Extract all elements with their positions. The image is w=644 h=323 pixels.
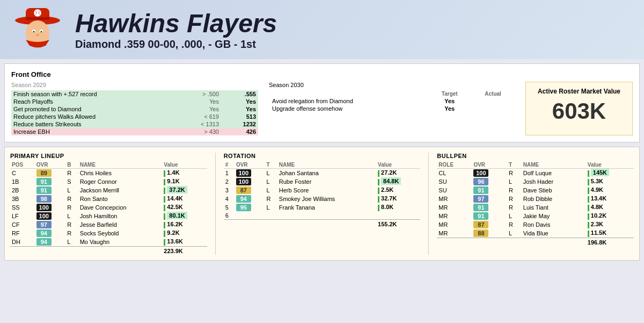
front-office-section: Front Office Season 2029 Finish season w… <box>4 63 640 142</box>
bp-name: Josh Hader <box>522 177 586 186</box>
fo-goal-actual: 1232 <box>221 120 258 128</box>
bullpen-pitcher-row: CL 100 R Dolf Luque 145K <box>437 169 634 178</box>
pitcher-throw: R <box>265 195 277 203</box>
bullpen-pitcher-row: MR 88 L Vida Blue 11.5K <box>437 229 634 238</box>
lineup-player-row: CF 97 R Jesse Barfield 16.2K <box>10 220 207 229</box>
fo-2030-goal-text: Upgrade offense somehow <box>269 105 428 112</box>
pitcher-throw: L <box>265 177 277 186</box>
team-subtitle: Diamond .359 00-00, .000, - GB - 1st <box>75 38 277 51</box>
bp-col-ovr: OVR <box>472 161 507 169</box>
bp-name: Vida Blue <box>522 229 586 238</box>
lineup-player-row: RF 94 R Socks Seybold 9.2K <box>10 229 207 238</box>
fo-goal-target: > .500 <box>172 90 221 98</box>
bullpen-table: ROLE OVR T NAME Value CL 100 R Dolf Luqu… <box>437 161 634 246</box>
pitcher-throw: L <box>265 186 277 195</box>
player-pos: LF <box>10 212 35 220</box>
player-pos: RF <box>10 229 35 238</box>
lineup-total-row: 223.9K <box>10 247 207 255</box>
lineup-title: PRIMARY LINEUP <box>10 153 207 159</box>
bottom-section: PRIMARY LINEUP POS OVR B NAME Value C 89… <box>4 147 640 261</box>
bullpen-total-value: 196.8K <box>586 238 634 247</box>
bullpen-pitcher-row: MR 87 R Ron Davis 2.3K <box>437 220 634 229</box>
lineup-total-label <box>10 247 162 255</box>
bp-name: Ron Davis <box>522 220 586 229</box>
lineup-player-row: DH 94 L Mo Vaughn 13.6K <box>10 238 207 247</box>
player-pos: 3B <box>10 195 35 203</box>
player-bat: L <box>65 238 78 247</box>
player-bat: R <box>65 229 78 238</box>
fo-season2030-table: Target Actual Avoid relegation from Diam… <box>269 90 515 112</box>
team-logo <box>11 5 64 54</box>
player-pos: C <box>10 169 35 178</box>
lineup-table: POS OVR B NAME Value C 89 R Chris Hoiles… <box>10 161 207 255</box>
bullpen-total-label <box>437 238 586 247</box>
player-bat: R <box>65 203 78 212</box>
pitcher-num: 5 <box>224 203 235 212</box>
lineup-player-row: 2B 91 L Jackson Merrill 37.2K <box>10 186 207 195</box>
fo-goal-text: Reduce batters Strikeouts <box>11 120 172 128</box>
rotation-pitcher-row: 5 95 L Frank Tanana 8.0K <box>224 203 421 212</box>
fo-2030-goal-actual <box>471 97 515 105</box>
bp-col-t: T <box>507 161 522 169</box>
bp-ovr: 91 <box>472 186 507 195</box>
pitcher-num: 1 <box>224 169 235 178</box>
player-ovr: 94 <box>35 229 65 238</box>
rotation-title: ROTATION <box>224 153 421 159</box>
fo-season2029: Season 2029 Finish season with +.527 rec… <box>11 82 258 135</box>
fo-goal-actual: Yes <box>221 98 258 105</box>
player-bat: R <box>65 220 78 229</box>
bp-ovr: 87 <box>472 220 507 229</box>
player-name: Chris Hoiles <box>78 169 163 178</box>
bp-name: Rob Dibble <box>522 195 586 203</box>
rotation-pitcher-row: 4 94 R Smokey Joe Williams 32.7K <box>224 195 421 203</box>
bullpen-section: BULLPEN ROLE OVR T NAME Value CL 100 R D… <box>437 153 634 255</box>
pitcher-num: 3 <box>224 186 235 195</box>
fo-goal-target: Yes <box>172 105 221 113</box>
pitcher-name: Rube Foster <box>277 177 376 186</box>
fo-goal-text: Increase EBH <box>11 128 172 135</box>
pitcher-name: Herb Score <box>277 186 376 195</box>
player-pos: 2B <box>10 186 35 195</box>
fo-goal-row: Reach Playoffs Yes Yes <box>11 98 258 105</box>
bp-name: Dave Stieb <box>522 186 586 195</box>
lineup-section: PRIMARY LINEUP POS OVR B NAME Value C 89… <box>10 153 207 255</box>
lineup-col-pos: POS <box>10 161 35 169</box>
bp-throw: L <box>507 212 522 220</box>
fo-2030-goal-target: Yes <box>428 97 471 105</box>
lineup-player-row: LF 100 L Josh Hamilton 80.1K <box>10 212 207 220</box>
fo-goal-target: Yes <box>172 98 221 105</box>
bp-ovr: 91 <box>472 203 507 212</box>
rotation-pitcher-row: 2 100 L Rube Foster 84.8K <box>224 177 421 186</box>
bp-role: MR <box>437 220 472 229</box>
divider-1 <box>215 153 216 255</box>
bp-role: MR <box>437 212 472 220</box>
svg-rect-2 <box>26 17 49 20</box>
svg-point-6 <box>33 31 35 33</box>
rot-col-t: T <box>265 161 277 169</box>
bp-throw: R <box>507 186 522 195</box>
market-value-box: Active Roster Market Value 603K <box>525 82 633 135</box>
bp-ovr: 96 <box>472 177 507 186</box>
player-name: Jesse Barfield <box>78 220 163 229</box>
bullpen-pitcher-row: SU 96 L Josh Hader 5.3K <box>437 177 634 186</box>
bp-role: MR <box>437 203 472 212</box>
fo-goal-row: Reduce batters Strikeouts < 1313 1232 <box>11 120 258 128</box>
player-pos: CF <box>10 220 35 229</box>
player-name: Jackson Merrill <box>78 186 163 195</box>
bullpen-total-row: 196.8K <box>437 238 634 247</box>
rotation-section: ROTATION # OVR T NAME Value 1 100 L Joha… <box>224 153 421 255</box>
fo-goal-actual: .555 <box>221 90 258 98</box>
player-ovr: 89 <box>35 169 65 178</box>
fo-goal-text: Finish season with +.527 record <box>11 90 172 98</box>
pitcher-throw: L <box>265 169 277 178</box>
fo-season2029-label: Season 2029 <box>11 82 258 88</box>
player-name: Josh Hamilton <box>78 212 163 220</box>
fo-actual-header: Actual <box>471 90 515 97</box>
player-ovr: 100 <box>35 212 65 220</box>
player-ovr: 98 <box>35 195 65 203</box>
rotation-total-value: 155.2K <box>376 220 420 228</box>
bp-name: Jakie May <box>522 212 586 220</box>
rotation-pitcher-row: 3 87 L Herb Score 2.5K <box>224 186 421 195</box>
player-name: Mo Vaughn <box>78 238 163 247</box>
player-name: Roger Connor <box>78 177 163 186</box>
